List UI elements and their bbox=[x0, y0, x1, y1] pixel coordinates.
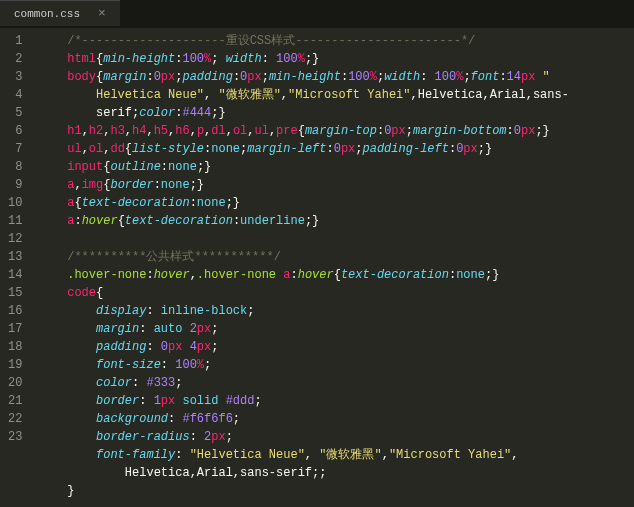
code-line: code{ bbox=[34, 284, 634, 302]
code-line: color: #333; bbox=[34, 374, 634, 392]
line-number: 4 bbox=[8, 86, 22, 104]
tab-filename: common.css bbox=[14, 8, 80, 20]
line-number: 14 bbox=[8, 266, 22, 284]
line-number: 5 bbox=[8, 104, 22, 122]
code-area: 1234567891011121314151617181920212223 /*… bbox=[0, 28, 634, 507]
line-number: 22 bbox=[8, 410, 22, 428]
line-number: 19 bbox=[8, 356, 22, 374]
code-line: h1,h2,h3,h4,h5,h6,p,dl,ol,ul,pre{margin-… bbox=[34, 122, 634, 140]
line-number: 23 bbox=[8, 428, 22, 446]
code-line: a{text-decoration:none;} bbox=[34, 194, 634, 212]
line-number: 18 bbox=[8, 338, 22, 356]
code-line: .hover-none:hover,.hover-none a:hover{te… bbox=[34, 266, 634, 284]
line-number: 13 bbox=[8, 248, 22, 266]
line-number: 9 bbox=[8, 176, 22, 194]
code-line: html{min-height:100%; width: 100%;} bbox=[34, 50, 634, 68]
code-line: a,img{border:none;} bbox=[34, 176, 634, 194]
code-line: background: #f6f6f6; bbox=[34, 410, 634, 428]
line-number: 7 bbox=[8, 140, 22, 158]
code-line: a:hover{text-decoration:underline;} bbox=[34, 212, 634, 230]
line-number: 20 bbox=[8, 374, 22, 392]
line-number: 12 bbox=[8, 230, 22, 248]
code-line: border-radius: 2px; bbox=[34, 428, 634, 446]
editor-root: common.css × 123456789101112131415161718… bbox=[0, 0, 634, 507]
line-number: 15 bbox=[8, 284, 22, 302]
code-line: display: inline-block; bbox=[34, 302, 634, 320]
line-number: 3 bbox=[8, 68, 22, 86]
code-line: ul,ol,dd{list-style:none;margin-left:0px… bbox=[34, 140, 634, 158]
code-line: padding: 0px 4px; bbox=[34, 338, 634, 356]
line-number: 11 bbox=[8, 212, 22, 230]
code-line: input{outline:none;} bbox=[34, 158, 634, 176]
line-number: 2 bbox=[8, 50, 22, 68]
code-line: /*--------------------重设CSS样式-----------… bbox=[34, 32, 634, 50]
code-line: /**********公共样式***********/ bbox=[34, 248, 634, 266]
line-number: 8 bbox=[8, 158, 22, 176]
line-number: 16 bbox=[8, 302, 22, 320]
line-number: 17 bbox=[8, 320, 22, 338]
code-line: margin: auto 2px; bbox=[34, 320, 634, 338]
code-line: Helvetica Neue", "微软雅黑","Microsoft Yahei… bbox=[34, 86, 634, 104]
code-line bbox=[34, 230, 634, 248]
code-line: } bbox=[34, 482, 634, 500]
code-line: border: 1px solid #ddd; bbox=[34, 392, 634, 410]
code-line: body{margin:0px;padding:0px;min-height:1… bbox=[34, 68, 634, 86]
code-line: font-family: "Helvetica Neue", "微软雅黑","M… bbox=[34, 446, 634, 464]
close-icon[interactable]: × bbox=[98, 7, 106, 20]
line-number: 10 bbox=[8, 194, 22, 212]
tab-common-css[interactable]: common.css × bbox=[0, 0, 120, 26]
tab-bar: common.css × bbox=[0, 0, 634, 28]
code-line: serif;color:#444;} bbox=[34, 104, 634, 122]
code-line: Helvetica,Arial,sans-serif;; bbox=[34, 464, 634, 482]
line-number-gutter: 1234567891011121314151617181920212223 bbox=[0, 28, 34, 507]
code-line: font-size: 100%; bbox=[34, 356, 634, 374]
line-number: 1 bbox=[8, 32, 22, 50]
code-content[interactable]: /*--------------------重设CSS样式-----------… bbox=[34, 28, 634, 507]
line-number: 21 bbox=[8, 392, 22, 410]
line-number: 6 bbox=[8, 122, 22, 140]
